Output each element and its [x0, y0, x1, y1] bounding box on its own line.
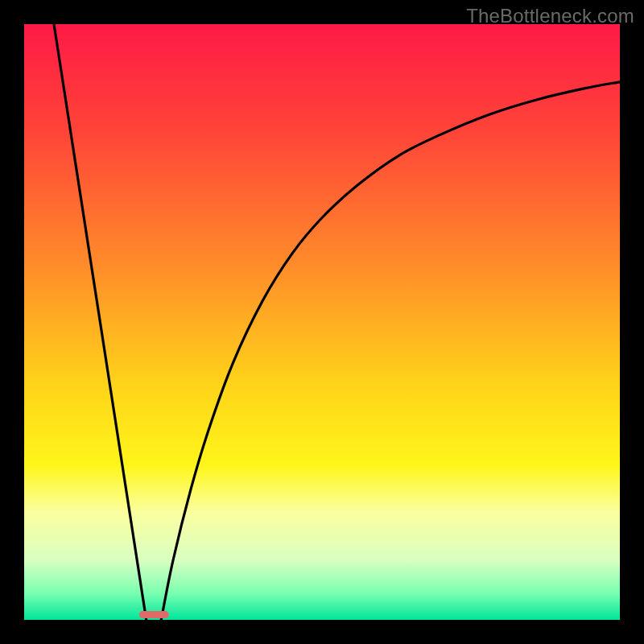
chart-svg [24, 24, 620, 620]
optimal-marker [139, 611, 169, 618]
watermark-text: TheBottleneck.com [466, 5, 634, 27]
plot-area [24, 24, 620, 620]
gradient-background [24, 24, 620, 620]
chart-frame: TheBottleneck.com [0, 0, 644, 644]
